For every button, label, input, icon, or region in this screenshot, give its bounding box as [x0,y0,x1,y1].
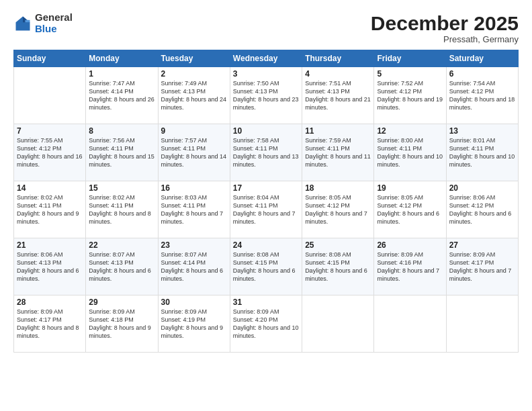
sunrise-text: Sunrise: 7:57 AM [161,136,227,144]
sunset-text: Sunset: 4:12 PM [377,87,443,95]
daylight-text: Daylight: 8 hours and 16 minutes. [17,152,83,169]
calendar-week-3: 14Sunrise: 8:02 AMSunset: 4:11 PMDayligh… [14,181,519,238]
calendar-cell: 31Sunrise: 8:09 AMSunset: 4:20 PMDayligh… [230,295,302,353]
calendar-cell: 5Sunrise: 7:52 AMSunset: 4:12 PMDaylight… [374,67,446,124]
day-number: 17 [233,183,299,193]
calendar-header-thursday: Thursday [302,50,374,67]
location: Pressath, Germany [371,34,519,44]
day-number: 4 [305,69,371,79]
day-info: Sunrise: 8:09 AMSunset: 4:17 PMDaylight:… [449,250,515,283]
day-info: Sunrise: 8:09 AMSunset: 4:16 PMDaylight:… [377,250,443,283]
sunset-text: Sunset: 4:12 PM [377,201,443,210]
sunrise-text: Sunrise: 8:00 AM [377,136,443,144]
day-number: 30 [161,298,227,307]
calendar-cell: 26Sunrise: 8:09 AMSunset: 4:16 PMDayligh… [374,238,446,295]
sunrise-text: Sunrise: 8:09 AM [233,308,299,316]
logo-text: General Blue [35,12,73,34]
day-number: 11 [305,126,371,136]
sunset-text: Sunset: 4:12 PM [449,201,515,210]
day-number: 13 [449,126,515,136]
day-number: 12 [377,126,443,136]
day-number: 29 [89,298,154,307]
day-info: Sunrise: 8:05 AMSunset: 4:12 PMDaylight:… [377,193,443,226]
day-number: 10 [233,126,299,136]
sunset-text: Sunset: 4:19 PM [161,316,227,324]
sunrise-text: Sunrise: 7:50 AM [233,79,299,87]
title-block: December 2025 Pressath, Germany [371,12,519,44]
sunset-text: Sunset: 4:11 PM [377,144,443,152]
day-info: Sunrise: 8:08 AMSunset: 4:15 PMDaylight:… [233,250,299,283]
calendar-cell: 29Sunrise: 8:09 AMSunset: 4:18 PMDayligh… [86,295,158,353]
day-number: 6 [449,69,515,79]
day-number: 16 [161,183,227,193]
sunrise-text: Sunrise: 7:52 AM [377,79,443,87]
sunrise-text: Sunrise: 8:09 AM [161,308,227,316]
sunrise-text: Sunrise: 8:09 AM [449,250,515,259]
sunrise-text: Sunrise: 8:02 AM [89,193,154,201]
sunrise-text: Sunrise: 8:07 AM [161,250,227,259]
sunset-text: Sunset: 4:15 PM [305,259,371,267]
logo-icon [13,14,32,33]
daylight-text: Daylight: 8 hours and 13 minutes. [233,152,299,169]
sunrise-text: Sunrise: 8:07 AM [89,250,154,259]
day-info: Sunrise: 8:09 AMSunset: 4:20 PMDaylight:… [233,308,299,340]
calendar-header-friday: Friday [374,50,446,67]
sunrise-text: Sunrise: 7:47 AM [89,79,154,87]
sunrise-text: Sunrise: 8:04 AM [233,193,299,201]
sunrise-text: Sunrise: 8:06 AM [17,250,83,259]
sunset-text: Sunset: 4:15 PM [233,259,299,267]
sunrise-text: Sunrise: 8:05 AM [377,193,443,201]
day-number: 31 [233,298,299,307]
daylight-text: Daylight: 8 hours and 6 minutes. [377,210,443,226]
calendar-cell: 4Sunrise: 7:51 AMSunset: 4:13 PMDaylight… [302,67,374,124]
sunset-text: Sunset: 4:18 PM [89,316,154,324]
daylight-text: Daylight: 8 hours and 19 minutes. [377,95,443,111]
daylight-text: Daylight: 8 hours and 6 minutes. [449,210,515,226]
calendar-cell: 30Sunrise: 8:09 AMSunset: 4:19 PMDayligh… [158,295,230,353]
day-number: 25 [305,240,371,250]
daylight-text: Daylight: 8 hours and 18 minutes. [449,95,515,111]
svg-marker-2 [26,19,30,22]
day-number: 20 [449,183,515,193]
calendar-cell: 3Sunrise: 7:50 AMSunset: 4:13 PMDaylight… [230,67,302,124]
day-info: Sunrise: 7:50 AMSunset: 4:13 PMDaylight:… [233,79,299,112]
sunset-text: Sunset: 4:16 PM [377,259,443,267]
day-info: Sunrise: 8:05 AMSunset: 4:12 PMDaylight:… [305,193,371,226]
sunset-text: Sunset: 4:11 PM [305,144,371,152]
daylight-text: Daylight: 8 hours and 8 minutes. [89,210,154,226]
daylight-text: Daylight: 8 hours and 21 minutes. [305,95,371,111]
day-info: Sunrise: 8:07 AMSunset: 4:13 PMDaylight:… [89,250,154,283]
day-number: 18 [305,183,371,193]
sunrise-text: Sunrise: 7:58 AM [233,136,299,144]
logo-general-text: General [35,12,73,24]
day-info: Sunrise: 7:54 AMSunset: 4:12 PMDaylight:… [449,79,515,112]
day-number: 5 [377,69,443,79]
day-info: Sunrise: 7:55 AMSunset: 4:12 PMDaylight:… [17,136,83,169]
sunset-text: Sunset: 4:11 PM [161,144,227,152]
sunset-text: Sunset: 4:13 PM [17,259,83,267]
daylight-text: Daylight: 8 hours and 6 minutes. [89,267,154,283]
daylight-text: Daylight: 8 hours and 7 minutes. [233,210,299,226]
day-info: Sunrise: 8:09 AMSunset: 4:19 PMDaylight:… [161,308,227,340]
calendar-cell [446,295,518,353]
day-number: 1 [89,69,154,79]
sunset-text: Sunset: 4:13 PM [89,259,154,267]
daylight-text: Daylight: 8 hours and 24 minutes. [161,95,227,111]
sunrise-text: Sunrise: 8:02 AM [17,193,83,201]
calendar-cell: 22Sunrise: 8:07 AMSunset: 4:13 PMDayligh… [86,238,158,295]
calendar-cell: 25Sunrise: 8:08 AMSunset: 4:15 PMDayligh… [302,238,374,295]
day-info: Sunrise: 8:02 AMSunset: 4:11 PMDaylight:… [17,193,83,226]
calendar-header-monday: Monday [86,50,158,67]
calendar-cell: 24Sunrise: 8:08 AMSunset: 4:15 PMDayligh… [230,238,302,295]
sunrise-text: Sunrise: 7:56 AM [89,136,154,144]
calendar-cell: 8Sunrise: 7:56 AMSunset: 4:11 PMDaylight… [86,124,158,181]
daylight-text: Daylight: 8 hours and 6 minutes. [17,267,83,283]
calendar-cell: 20Sunrise: 8:06 AMSunset: 4:12 PMDayligh… [446,181,518,238]
sunset-text: Sunset: 4:12 PM [17,144,83,152]
sunrise-text: Sunrise: 7:59 AM [305,136,371,144]
calendar-cell: 13Sunrise: 8:01 AMSunset: 4:11 PMDayligh… [446,124,518,181]
day-number: 27 [449,240,515,250]
header: General Blue December 2025 Pressath, Ger… [13,12,519,44]
daylight-text: Daylight: 8 hours and 7 minutes. [305,210,371,226]
calendar-cell: 9Sunrise: 7:57 AMSunset: 4:11 PMDaylight… [158,124,230,181]
